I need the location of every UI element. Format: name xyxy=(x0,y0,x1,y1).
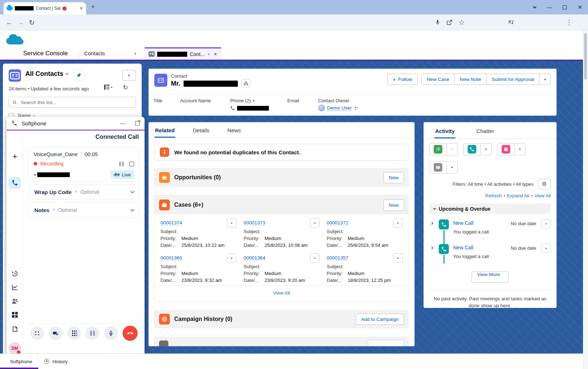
case-actions-chevron-button[interactable]: ▾ xyxy=(393,253,403,263)
activity-settings-gear-icon[interactable]: ⚙ xyxy=(538,179,551,189)
live-transcription-chip[interactable]: Live xyxy=(111,170,134,179)
timeline-item-title[interactable]: New Call xyxy=(453,220,473,226)
timeline-item-title[interactable]: New Call xyxy=(453,245,473,250)
expand-all-link[interactable]: Expand All xyxy=(507,193,529,198)
log-call-chevron-button[interactable]: ▾ xyxy=(481,143,492,155)
case-link[interactable]: 00001365 xyxy=(160,255,182,261)
wrapup-expand-chevron-icon[interactable] xyxy=(130,189,134,193)
tab-details[interactable]: Details xyxy=(192,127,210,138)
new-case-button[interactable]: New Case xyxy=(421,74,455,85)
conference-button[interactable] xyxy=(30,326,44,340)
email-chevron-button[interactable]: ▾ xyxy=(447,161,458,173)
new-call-plus-icon[interactable]: + xyxy=(7,151,23,162)
new-tab-button[interactable]: + xyxy=(91,3,95,11)
record-tab-chevron-icon[interactable]: ▾ xyxy=(208,52,210,56)
notes-expand-chevron-icon[interactable] xyxy=(130,207,134,211)
nav-tab-contacts[interactable]: Contacts xyxy=(84,47,105,60)
view-hierarchy-button[interactable] xyxy=(241,80,250,87)
page-scrollbar-track[interactable] xyxy=(583,30,588,369)
case-actions-chevron-button[interactable]: ▾ xyxy=(393,218,403,228)
forward-button[interactable]: → xyxy=(17,19,24,26)
nav-tab-contact-record[interactable]: Cont... ▾ ✕ xyxy=(145,47,221,60)
browser-tab[interactable]: Contact | Sal ✕ xyxy=(4,2,86,14)
window-close-button[interactable]: ✕ xyxy=(578,4,582,10)
case-actions-chevron-button[interactable]: ▾ xyxy=(227,218,236,228)
phone-dropdown-chevron-icon[interactable]: ▾ xyxy=(253,99,255,103)
window-minimize-button[interactable]: — xyxy=(547,4,552,10)
call-history-icon[interactable] xyxy=(7,270,23,277)
tab-activity[interactable]: Activity xyxy=(434,128,455,138)
timeline-item-actions-button[interactable]: ▾ xyxy=(541,219,551,228)
email-button[interactable] xyxy=(429,161,447,173)
softphone-minimize-icon[interactable]: — xyxy=(120,120,125,126)
log-a-call-button[interactable] xyxy=(463,143,481,155)
nav-contacts-chevron-icon[interactable]: ▾ xyxy=(134,47,136,60)
case-link[interactable]: 00001373 xyxy=(244,220,265,226)
case-actions-chevron-button[interactable]: ▾ xyxy=(310,218,319,228)
cases-title[interactable]: Cases (6+) xyxy=(174,202,203,208)
end-call-button[interactable] xyxy=(123,326,138,341)
expand-item-chevron-icon[interactable] xyxy=(430,246,433,249)
more-actions-chevron-button[interactable]: ▾ xyxy=(539,74,551,85)
wrapup-code-section[interactable]: Wrap Up Code • Optional xyxy=(28,184,140,199)
utility-tab-softphone[interactable]: Softphone xyxy=(0,354,38,369)
new-task-button[interactable] xyxy=(429,143,447,155)
tab-search-chevron-icon[interactable] xyxy=(533,5,537,9)
apps-grid-icon[interactable] xyxy=(7,312,23,318)
add-to-campaign-button[interactable]: Add to Campaign xyxy=(356,314,404,325)
agent-avatar[interactable]: DM xyxy=(9,342,21,355)
transfer-device-button[interactable] xyxy=(49,326,63,340)
new-opportunity-button[interactable]: New xyxy=(383,172,404,183)
reload-button[interactable]: ↻ xyxy=(29,19,35,26)
mute-mic-button[interactable] xyxy=(104,326,118,340)
follow-button[interactable]: + Follow xyxy=(387,74,418,85)
tab-chatter[interactable]: Chatter xyxy=(476,128,495,138)
upcoming-overdue-section[interactable]: Upcoming & Overdue xyxy=(429,203,551,214)
hold-button[interactable] xyxy=(86,326,99,340)
list-view-controls-button[interactable]: ▾ xyxy=(122,70,136,81)
list-search-box[interactable] xyxy=(9,97,136,108)
display-as-button[interactable]: ▾ xyxy=(104,85,112,90)
pause-recording-icon[interactable] xyxy=(119,162,124,166)
microphone-icon[interactable] xyxy=(435,19,441,26)
refresh-list-icon[interactable]: ↻ xyxy=(123,84,128,91)
record-tab-close-icon[interactable]: ✕ xyxy=(214,52,217,57)
notes-icon[interactable] xyxy=(7,326,23,332)
case-link[interactable]: 00001357 xyxy=(327,255,348,261)
back-button[interactable]: ← xyxy=(6,19,13,26)
bookmark-star-icon[interactable]: ☆ xyxy=(458,19,465,26)
opportunities-title[interactable]: Opportunities (0) xyxy=(174,174,221,181)
softphone-popout-icon[interactable] xyxy=(135,121,140,125)
stop-recording-icon[interactable] xyxy=(129,162,134,166)
view-all-link[interactable]: View All xyxy=(535,193,551,198)
cases-view-all-link[interactable]: View All xyxy=(273,290,290,296)
owner-link[interactable]: Demo User xyxy=(327,105,352,111)
change-owner-icon[interactable] xyxy=(354,106,359,110)
reading-list-icon[interactable] xyxy=(507,19,515,26)
browser-menu-kebab-icon[interactable]: ⋮ xyxy=(566,19,572,25)
submit-for-approval-button[interactable]: Submit for Approval xyxy=(486,74,540,85)
list-view-title[interactable]: All Contacts ▾ xyxy=(25,70,68,78)
campaign-history-title[interactable]: Campaign History (0) xyxy=(174,316,232,322)
view-more-button[interactable]: View More xyxy=(472,271,508,283)
new-event-button[interactable] xyxy=(497,143,515,155)
case-actions-chevron-button[interactable]: ▾ xyxy=(227,253,236,263)
dialpad-button[interactable] xyxy=(67,326,81,340)
tab-news[interactable]: News xyxy=(227,127,242,138)
notes-section[interactable]: Notes • Optional xyxy=(28,202,140,218)
refresh-link[interactable]: Refresh xyxy=(485,193,502,198)
active-call-rail-icon[interactable] xyxy=(9,177,21,189)
expand-item-chevron-icon[interactable] xyxy=(430,222,433,225)
utility-tab-history[interactable]: History xyxy=(38,354,73,369)
stats-chart-icon[interactable] xyxy=(7,284,23,291)
pin-list-button[interactable] xyxy=(74,70,85,81)
case-actions-chevron-button[interactable]: ▾ xyxy=(310,253,319,263)
tab-related[interactable]: Related xyxy=(154,127,175,138)
list-view-chevron-icon[interactable]: ▾ xyxy=(66,72,68,76)
page-scrollbar-thumb[interactable] xyxy=(584,33,587,80)
timeline-item-actions-button[interactable]: ▾ xyxy=(541,244,551,253)
related-section-button[interactable] xyxy=(368,340,404,347)
task-chevron-button[interactable]: ▾ xyxy=(447,143,458,155)
case-link[interactable]: 00001364 xyxy=(244,255,265,261)
window-maximize-button[interactable] xyxy=(563,5,567,9)
